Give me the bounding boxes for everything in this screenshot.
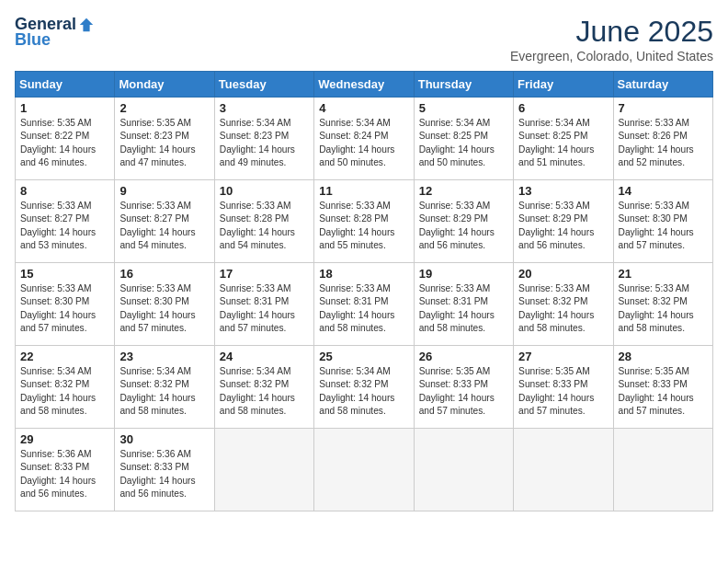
cell-details: Sunrise: 5:33 AMSunset: 8:30 PMDaylight:… [619, 201, 694, 250]
day-number: 2 [119, 101, 209, 115]
cell-details: Sunrise: 5:33 AMSunset: 8:31 PMDaylight:… [220, 283, 295, 333]
list-item: 2 Sunrise: 5:35 AMSunset: 8:23 PMDayligh… [115, 98, 214, 180]
cell-details: Sunrise: 5:33 AMSunset: 8:27 PMDaylight:… [20, 201, 96, 250]
col-saturday: Saturday [613, 72, 712, 98]
table-row: 29 Sunrise: 5:36 AMSunset: 8:33 PMDaylig… [16, 429, 713, 511]
cell-details: Sunrise: 5:36 AMSunset: 8:33 PMDaylight:… [20, 449, 96, 499]
list-item: 8 Sunrise: 5:33 AMSunset: 8:27 PMDayligh… [16, 180, 115, 263]
day-number: 25 [319, 350, 408, 363]
table-row: 22 Sunrise: 5:34 AMSunset: 8:32 PMDaylig… [16, 346, 713, 429]
cell-details: Sunrise: 5:33 AMSunset: 8:32 PMDaylight:… [518, 283, 594, 333]
cell-details: Sunrise: 5:34 AMSunset: 8:32 PMDaylight:… [220, 366, 295, 416]
list-item [514, 429, 613, 511]
list-item: 11 Sunrise: 5:33 AMSunset: 8:28 PMDaylig… [314, 180, 414, 263]
list-item [613, 429, 712, 511]
list-item: 26 Sunrise: 5:35 AMSunset: 8:33 PMDaylig… [414, 346, 513, 429]
cell-details: Sunrise: 5:34 AMSunset: 8:32 PMDaylight:… [20, 366, 96, 416]
list-item: 19 Sunrise: 5:33 AMSunset: 8:31 PMDaylig… [414, 263, 513, 346]
cell-details: Sunrise: 5:34 AMSunset: 8:32 PMDaylight:… [119, 366, 195, 416]
day-number: 6 [518, 101, 608, 115]
cell-details: Sunrise: 5:33 AMSunset: 8:26 PMDaylight:… [619, 118, 694, 167]
list-item: 7 Sunrise: 5:33 AMSunset: 8:26 PMDayligh… [613, 98, 712, 180]
col-sunday: Sunday [16, 72, 115, 98]
day-number: 7 [619, 101, 708, 115]
day-number: 4 [319, 101, 408, 115]
day-number: 24 [220, 350, 309, 363]
day-number: 11 [319, 184, 408, 198]
list-item: 14 Sunrise: 5:33 AMSunset: 8:30 PMDaylig… [613, 180, 712, 263]
cell-details: Sunrise: 5:33 AMSunset: 8:28 PMDaylight:… [319, 201, 394, 250]
col-thursday: Thursday [414, 72, 513, 98]
day-number: 23 [119, 350, 209, 363]
list-item: 18 Sunrise: 5:33 AMSunset: 8:31 PMDaylig… [314, 263, 414, 346]
cell-details: Sunrise: 5:34 AMSunset: 8:24 PMDaylight:… [319, 118, 394, 167]
col-monday: Monday [115, 72, 214, 98]
list-item: 21 Sunrise: 5:33 AMSunset: 8:32 PMDaylig… [613, 263, 712, 346]
day-number: 13 [518, 184, 608, 198]
cell-details: Sunrise: 5:34 AMSunset: 8:32 PMDaylight:… [319, 366, 394, 416]
list-item: 12 Sunrise: 5:33 AMSunset: 8:29 PMDaylig… [414, 180, 513, 263]
table-row: 15 Sunrise: 5:33 AMSunset: 8:30 PMDaylig… [16, 263, 713, 346]
cell-details: Sunrise: 5:33 AMSunset: 8:27 PMDaylight:… [119, 201, 195, 250]
calendar-body: 1 Sunrise: 5:35 AMSunset: 8:22 PMDayligh… [16, 98, 713, 511]
table-row: 8 Sunrise: 5:33 AMSunset: 8:27 PMDayligh… [16, 180, 713, 263]
list-item [314, 429, 414, 511]
day-number: 14 [619, 184, 708, 198]
cell-details: Sunrise: 5:36 AMSunset: 8:33 PMDaylight:… [119, 449, 195, 499]
list-item [214, 429, 313, 511]
month-title: June 2025 [510, 15, 713, 49]
cell-details: Sunrise: 5:33 AMSunset: 8:28 PMDaylight:… [220, 201, 295, 250]
cell-details: Sunrise: 5:33 AMSunset: 8:29 PMDaylight:… [518, 201, 594, 250]
list-item: 3 Sunrise: 5:34 AMSunset: 8:23 PMDayligh… [214, 98, 313, 180]
col-tuesday: Tuesday [214, 72, 313, 98]
list-item: 23 Sunrise: 5:34 AMSunset: 8:32 PMDaylig… [115, 346, 214, 429]
day-number: 22 [20, 350, 109, 363]
list-item: 1 Sunrise: 5:35 AMSunset: 8:22 PMDayligh… [16, 98, 115, 180]
cell-details: Sunrise: 5:34 AMSunset: 8:23 PMDaylight:… [220, 118, 295, 167]
day-number: 18 [319, 267, 408, 281]
day-number: 5 [419, 101, 508, 115]
list-item: 28 Sunrise: 5:35 AMSunset: 8:33 PMDaylig… [613, 346, 712, 429]
cell-details: Sunrise: 5:35 AMSunset: 8:22 PMDaylight:… [20, 118, 96, 167]
list-item: 4 Sunrise: 5:34 AMSunset: 8:24 PMDayligh… [314, 98, 414, 180]
day-number: 8 [20, 184, 109, 198]
day-number: 1 [20, 101, 109, 115]
cell-details: Sunrise: 5:34 AMSunset: 8:25 PMDaylight:… [419, 118, 495, 167]
list-item: 10 Sunrise: 5:33 AMSunset: 8:28 PMDaylig… [214, 180, 313, 263]
header: General Blue June 2025 Evergreen, Colora… [15, 15, 713, 63]
table-row: 1 Sunrise: 5:35 AMSunset: 8:22 PMDayligh… [16, 98, 713, 180]
cell-details: Sunrise: 5:33 AMSunset: 8:29 PMDaylight:… [419, 201, 495, 250]
cell-details: Sunrise: 5:33 AMSunset: 8:31 PMDaylight:… [319, 283, 394, 333]
list-item: 25 Sunrise: 5:34 AMSunset: 8:32 PMDaylig… [314, 346, 414, 429]
day-number: 17 [220, 267, 309, 281]
list-item: 24 Sunrise: 5:34 AMSunset: 8:32 PMDaylig… [214, 346, 313, 429]
list-item [414, 429, 513, 511]
svg-marker-0 [80, 17, 93, 30]
cell-details: Sunrise: 5:35 AMSunset: 8:33 PMDaylight:… [619, 366, 694, 416]
list-item: 27 Sunrise: 5:35 AMSunset: 8:33 PMDaylig… [514, 346, 613, 429]
col-friday: Friday [514, 72, 613, 98]
day-number: 26 [419, 350, 508, 363]
cell-details: Sunrise: 5:35 AMSunset: 8:33 PMDaylight:… [518, 366, 594, 416]
cell-details: Sunrise: 5:34 AMSunset: 8:25 PMDaylight:… [518, 118, 594, 167]
day-number: 16 [119, 267, 209, 281]
list-item: 22 Sunrise: 5:34 AMSunset: 8:32 PMDaylig… [16, 346, 115, 429]
logo-icon [78, 17, 95, 33]
cell-details: Sunrise: 5:33 AMSunset: 8:31 PMDaylight:… [419, 283, 495, 333]
location-title: Evergreen, Colorado, United States [510, 49, 713, 63]
day-number: 21 [619, 267, 708, 281]
cell-details: Sunrise: 5:35 AMSunset: 8:33 PMDaylight:… [419, 366, 495, 416]
list-item: 13 Sunrise: 5:33 AMSunset: 8:29 PMDaylig… [514, 180, 613, 263]
cell-details: Sunrise: 5:33 AMSunset: 8:32 PMDaylight:… [619, 283, 694, 333]
logo: General Blue [15, 15, 95, 50]
day-number: 15 [20, 267, 109, 281]
day-number: 3 [220, 101, 309, 115]
day-number: 30 [119, 432, 209, 446]
cell-details: Sunrise: 5:33 AMSunset: 8:30 PMDaylight:… [20, 283, 96, 333]
day-number: 10 [220, 184, 309, 198]
col-wednesday: Wednesday [314, 72, 414, 98]
day-number: 27 [518, 350, 608, 363]
day-number: 29 [20, 432, 109, 446]
cell-details: Sunrise: 5:35 AMSunset: 8:23 PMDaylight:… [119, 118, 195, 167]
list-item: 9 Sunrise: 5:33 AMSunset: 8:27 PMDayligh… [115, 180, 214, 263]
